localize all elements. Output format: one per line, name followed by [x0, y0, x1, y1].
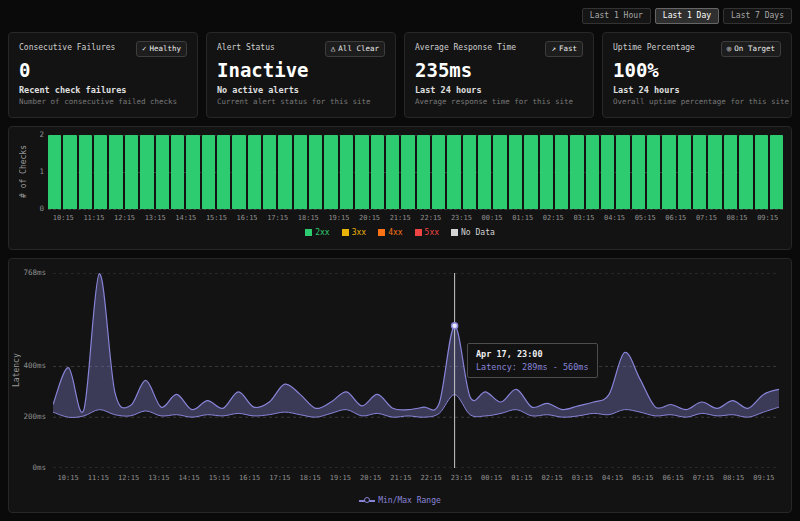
stat-card-consecutive-failures: Consecutive Failures ✓ Healthy 0 Recent …	[8, 32, 198, 118]
badge-label: Healthy	[149, 45, 181, 53]
legend-swatch-icon	[378, 229, 385, 236]
max-line	[53, 274, 779, 413]
checks-plot-area[interactable]	[48, 135, 783, 209]
check-bar[interactable]	[294, 135, 307, 209]
time-range-button-last-7-days[interactable]: Last 7 Days	[723, 8, 792, 24]
legend-label: 3xx	[352, 228, 366, 237]
check-bar[interactable]	[386, 135, 399, 209]
time-range-button-last-1-hour[interactable]: Last 1 Hour	[582, 8, 651, 24]
check-bar[interactable]	[401, 135, 414, 209]
x-tick-label: 18:15	[295, 474, 325, 486]
check-bar[interactable]	[770, 135, 783, 209]
check-bar[interactable]	[263, 135, 276, 209]
x-tick-label: 16:15	[232, 214, 263, 222]
status-badge: ✓ Healthy	[136, 41, 187, 57]
check-bar[interactable]	[509, 135, 522, 209]
check-bar[interactable]	[125, 135, 138, 209]
check-bar[interactable]	[340, 135, 353, 209]
latency-tooltip: Apr 17, 23:00 Latency: 289ms - 560ms	[467, 343, 598, 378]
y-tick-label: 0	[39, 205, 44, 213]
check-bar[interactable]	[463, 135, 476, 209]
check-bar[interactable]	[540, 135, 553, 209]
stat-cards: Consecutive Failures ✓ Healthy 0 Recent …	[8, 32, 792, 118]
check-bar[interactable]	[355, 135, 368, 209]
check-bar[interactable]	[570, 135, 583, 209]
check-bar[interactable]	[324, 135, 337, 209]
check-bar[interactable]	[79, 135, 92, 209]
check-bar[interactable]	[432, 135, 445, 209]
check-bar[interactable]	[63, 135, 76, 209]
legend-label: 5xx	[425, 228, 439, 237]
check-bar[interactable]	[662, 135, 675, 209]
check-bar[interactable]	[616, 135, 629, 209]
check-bar[interactable]	[186, 135, 199, 209]
check-bar[interactable]	[678, 135, 691, 209]
gridline	[48, 209, 783, 210]
legend-label: 2xx	[315, 228, 329, 237]
check-bar[interactable]	[708, 135, 721, 209]
check-bar[interactable]	[140, 135, 153, 209]
check-bar[interactable]	[524, 135, 537, 209]
latency-y-ticks: 0ms200ms400ms768ms	[9, 273, 50, 468]
x-tick-label: 04:15	[598, 474, 628, 486]
min-max-line-icon	[359, 500, 375, 502]
legend-item-no-data[interactable]: No Data	[451, 228, 495, 237]
check-bar[interactable]	[278, 135, 291, 209]
check-bar[interactable]	[371, 135, 384, 209]
check-bar[interactable]	[171, 135, 184, 209]
legend-swatch-icon	[305, 229, 312, 236]
status-badge: ◎ On Target	[721, 41, 781, 57]
min-max-legend-item[interactable]: Min/Max Range	[359, 496, 441, 505]
bars-container	[48, 135, 783, 209]
check-bar[interactable]	[739, 135, 752, 209]
target-icon: ◎	[727, 45, 732, 53]
latency-plot-area[interactable]	[53, 273, 779, 468]
check-bar[interactable]	[94, 135, 107, 209]
check-bar[interactable]	[248, 135, 261, 209]
check-bar[interactable]	[555, 135, 568, 209]
legend-item-4xx[interactable]: 4xx	[378, 228, 402, 237]
check-bar[interactable]	[109, 135, 122, 209]
card-value: 235ms	[415, 60, 583, 81]
y-tick-label: 0ms	[32, 464, 46, 472]
tooltip-value: Latency: 289ms - 560ms	[476, 362, 589, 372]
check-bar[interactable]	[601, 135, 614, 209]
check-bar[interactable]	[48, 135, 61, 209]
check-bar[interactable]	[202, 135, 215, 209]
x-tick-label: 05:15	[628, 474, 658, 486]
x-tick-label: 02:15	[538, 214, 569, 222]
check-bar[interactable]	[632, 135, 645, 209]
legend-item-3xx[interactable]: 3xx	[342, 228, 366, 237]
check-bar[interactable]	[309, 135, 322, 209]
time-range-button-last-1-day[interactable]: Last 1 Day	[655, 8, 719, 24]
latency-x-labels: 10:1511:1512:1513:1514:1515:1516:1517:15…	[53, 474, 779, 486]
card-subtitle: No active alerts	[217, 85, 385, 95]
check-bar[interactable]	[755, 135, 768, 209]
x-tick-label: 16:15	[235, 474, 265, 486]
check-bar[interactable]	[493, 135, 506, 209]
check-bar[interactable]	[232, 135, 245, 209]
check-bar[interactable]	[724, 135, 737, 209]
check-bar[interactable]	[217, 135, 230, 209]
legend-item-2xx[interactable]: 2xx	[305, 228, 329, 237]
checks-legend: 2xx3xx4xx5xxNo Data	[17, 228, 783, 237]
legend-item-5xx[interactable]: 5xx	[415, 228, 439, 237]
legend-swatch-icon	[342, 229, 349, 236]
x-tick-label: 00:15	[477, 214, 508, 222]
x-tick-label: 10:15	[53, 474, 83, 486]
x-tick-label: 19:15	[324, 214, 355, 222]
check-bar[interactable]	[478, 135, 491, 209]
x-tick-label: 21:15	[385, 214, 416, 222]
card-description: Current alert status for this site	[217, 97, 385, 106]
check-bar[interactable]	[647, 135, 660, 209]
check-bar[interactable]	[417, 135, 430, 209]
legend-swatch-icon	[451, 229, 458, 236]
check-bar[interactable]	[156, 135, 169, 209]
check-bar[interactable]	[693, 135, 706, 209]
latency-legend: Min/Max Range	[9, 496, 791, 505]
active-point-dot	[452, 323, 458, 329]
x-tick-label: 01:15	[507, 214, 538, 222]
x-tick-label: 03:15	[569, 214, 600, 222]
check-bar[interactable]	[586, 135, 599, 209]
check-bar[interactable]	[447, 135, 460, 209]
